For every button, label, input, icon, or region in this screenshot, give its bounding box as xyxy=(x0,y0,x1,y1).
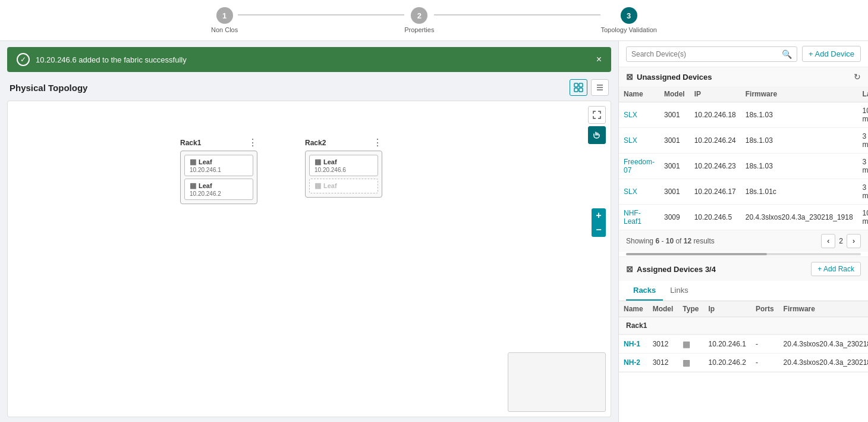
rack-group-header-row: Rack1 🗑 xyxy=(619,317,868,335)
assigned-cell-firmware-0-0: 20.4.3slxos20.4.3a_230218_1918 xyxy=(779,335,868,354)
zoom-out-button[interactable]: − xyxy=(592,223,606,237)
device-rack2-1-label: Leaf xyxy=(323,158,337,165)
device-rack2-1[interactable]: ▦ Leaf 10.20.246.6 xyxy=(309,155,378,176)
fullscreen-button[interactable] xyxy=(588,106,606,124)
success-message: 10.20.246.6 added to the fabric successf… xyxy=(36,55,590,64)
step-3: 3 Topology Validation xyxy=(600,7,657,33)
device-rack2-2[interactable]: ▦ Leaf xyxy=(309,179,378,193)
rack1-header: Rack1 ⋮ xyxy=(180,137,257,148)
prev-page-button[interactable]: ‹ xyxy=(821,234,835,248)
assigned-tabs: Racks Links xyxy=(619,281,868,301)
assigned-col-ports: Ports xyxy=(751,301,779,317)
device-name-link-4[interactable]: NHF-Leaf1 xyxy=(624,209,641,226)
unassigned-table-row[interactable]: NHF-Leaf1 3009 10.20.246.5 20.4.3slxos20… xyxy=(619,205,868,230)
cell-name-2: Freedom-07 xyxy=(619,154,659,179)
assigned-section-header: ⊠ Assigned Devices 3/4 + Add Rack xyxy=(619,257,868,281)
assigned-table-row[interactable]: NH-1 3012 ▦ 10.20.246.1 - 20.4.3slxos20.… xyxy=(619,335,868,354)
assigned-table-row[interactable]: NH-2 3012 ▦ 10.20.246.2 - 20.4.3slxos20.… xyxy=(619,354,868,372)
step-1-label: Non Clos xyxy=(211,26,238,33)
device-name-link-1[interactable]: SLX xyxy=(624,136,637,145)
col-header-ip: IP xyxy=(690,86,741,102)
cell-name-4: NHF-Leaf1 xyxy=(619,205,659,230)
device-name-link-0[interactable]: SLX xyxy=(624,111,637,119)
unassigned-table-row[interactable]: SLX 3001 10.20.246.24 18s.1.03 3 minutes xyxy=(619,128,868,154)
step-3-label: Topology Validation xyxy=(600,26,657,33)
step-2-label: Properties xyxy=(404,26,434,33)
device-rack1-1[interactable]: ▦ Leaf 10.20.246.1 xyxy=(184,155,253,176)
rack-group-name-0: Rack1 xyxy=(626,321,647,330)
unassigned-title: ⊠ Unassigned Devices xyxy=(626,72,712,82)
assigned-cell-name-0-1: NH-2 xyxy=(619,354,648,372)
hatch-icon-1: ▦ xyxy=(190,158,196,166)
cell-model-0: 3001 xyxy=(659,102,690,128)
assigned-cell-ports-0-0: - xyxy=(751,335,779,354)
current-page: 2 xyxy=(839,237,843,245)
assigned-table-header-row: Name Model Type Ip Ports Firmware xyxy=(619,301,868,317)
assigned-col-name: Name xyxy=(619,301,648,317)
collapse-unassigned-icon[interactable]: ⊠ xyxy=(626,72,633,82)
tab-racks[interactable]: Racks xyxy=(626,281,663,301)
success-icon: ✓ xyxy=(17,53,30,66)
svg-rect-2 xyxy=(574,88,578,92)
cell-ip-0: 10.20.246.18 xyxy=(690,102,741,128)
unassigned-table-row[interactable]: Freedom-07 3001 10.20.246.23 18s.1.03 3 … xyxy=(619,154,868,179)
step-1: 1 Non Clos xyxy=(211,7,238,33)
refresh-icon[interactable]: ↻ xyxy=(854,72,861,82)
add-rack-label: + Add Rack xyxy=(817,265,854,273)
cell-name-0: SLX xyxy=(619,102,659,128)
assigned-cell-model-0-0: 3012 xyxy=(648,335,678,354)
rack-group-header-0: Rack1 🗑 xyxy=(619,317,868,335)
col-header-firmware: Firmware xyxy=(741,86,858,102)
assigned-col-firmware: Firmware xyxy=(779,301,868,317)
rack2-menu-icon[interactable]: ⋮ xyxy=(373,137,382,148)
topology-controls xyxy=(570,79,609,96)
cell-model-4: 3009 xyxy=(659,205,690,230)
cell-lastref-2: 3 minutes xyxy=(858,154,868,179)
device-name-link-3[interactable]: SLX xyxy=(624,187,637,196)
cell-lastref-0: 10 minutes xyxy=(858,102,868,128)
svg-rect-3 xyxy=(579,88,583,92)
tab-links[interactable]: Links xyxy=(663,281,695,301)
search-box: 🔍 xyxy=(626,46,797,62)
cell-lastref-4: 10 minutes xyxy=(858,205,868,230)
step-line-2 xyxy=(434,14,600,15)
cell-firmware-1: 18s.1.03 xyxy=(741,128,858,154)
zoom-in-button[interactable]: + xyxy=(592,208,606,223)
device-name-link-2[interactable]: Freedom-07 xyxy=(624,158,655,174)
list-view-button[interactable] xyxy=(591,79,609,96)
rack1-node: Rack1 ⋮ ▦ Leaf 10.20.246.1 ▦ Lea xyxy=(180,137,257,204)
cell-firmware-4: 20.4.3slxos20.4.3a_230218_1918 xyxy=(741,205,858,230)
step-2: 2 Properties xyxy=(404,7,434,33)
scroll-indicator xyxy=(626,253,861,255)
assigned-cell-model-0-1: 3012 xyxy=(648,354,678,372)
unassigned-table-row[interactable]: SLX 3001 10.20.246.17 18s.1.01c 3 minute… xyxy=(619,179,868,205)
unassigned-table-row[interactable]: SLX 3001 10.20.246.18 18s.1.03 10 minute… xyxy=(619,102,868,128)
next-page-button[interactable]: › xyxy=(847,234,861,248)
assigned-cell-name-0-0: NH-1 xyxy=(619,335,648,354)
canvas-area: Rack1 ⋮ ▦ Leaf 10.20.246.1 ▦ Lea xyxy=(7,101,611,417)
success-close-button[interactable]: × xyxy=(596,55,602,64)
col-header-model: Model xyxy=(659,86,690,102)
search-input[interactable] xyxy=(631,50,782,58)
unassigned-section: ⊠ Unassigned Devices ↻ Name Model IP Fir… xyxy=(619,67,868,257)
assigned-table: Name Model Type Ip Ports Firmware Rack1 … xyxy=(619,301,868,372)
hatch-icon-4: ▦ xyxy=(315,182,321,190)
add-rack-button[interactable]: + Add Rack xyxy=(811,262,861,276)
left-content: ✓ 10.20.246.6 added to the fabric succes… xyxy=(0,41,618,422)
device-rack1-2[interactable]: ▦ Leaf 10.20.246.2 xyxy=(184,179,253,200)
cell-ip-3: 10.20.246.17 xyxy=(690,179,741,205)
unassigned-pagination: Showing 6 - 10 of 12 results ‹ 2 › xyxy=(619,230,868,252)
hand-tool-button[interactable] xyxy=(588,126,606,144)
device-rack2-2-header: ▦ Leaf xyxy=(315,182,373,190)
search-icon: 🔍 xyxy=(782,49,792,59)
collapse-assigned-icon[interactable]: ⊠ xyxy=(626,264,633,274)
grid-view-button[interactable] xyxy=(570,79,587,96)
rack1-menu-icon[interactable]: ⋮ xyxy=(248,137,257,148)
unassigned-section-header: ⊠ Unassigned Devices ↻ xyxy=(619,67,868,86)
assigned-cell-type-0-0: ▦ xyxy=(678,335,703,354)
add-device-button[interactable]: + Add Device xyxy=(802,46,861,62)
rack2-header: Rack2 ⋮ xyxy=(305,137,382,148)
hatch-icon-3: ▦ xyxy=(315,158,321,166)
cell-model-2: 3001 xyxy=(659,154,690,179)
rack2-box: ▦ Leaf 10.20.246.6 ▦ Leaf xyxy=(305,151,382,198)
